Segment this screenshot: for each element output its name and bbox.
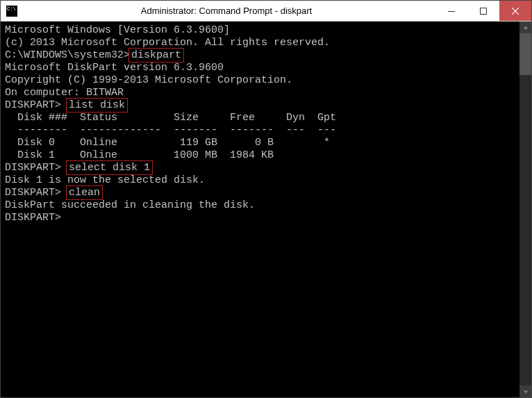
- command-line: DISKPART> list disk: [5, 99, 515, 112]
- output-line: Microsoft Windows [Version 6.3.9600]: [5, 24, 515, 37]
- table-row: Disk 0 Online 119 GB 0 B *: [5, 137, 515, 149]
- svg-rect-1: [481, 8, 487, 14]
- command-prompt-window: Administrator: Command Prompt - diskpart…: [0, 0, 532, 398]
- console-output[interactable]: Microsoft Windows [Version 6.3.9600](c) …: [1, 22, 519, 397]
- window-title: Administrator: Command Prompt - diskpart: [17, 6, 435, 16]
- command-line: DISKPART> select disk 1: [5, 162, 515, 174]
- titlebar[interactable]: Administrator: Command Prompt - diskpart: [1, 1, 531, 22]
- cmd-icon: [6, 6, 17, 17]
- vertical-scrollbar[interactable]: [519, 22, 531, 397]
- prompt-text: DISKPART>: [5, 187, 67, 199]
- output-line: Disk 1 is now the selected disk.: [5, 174, 515, 187]
- chevron-up-icon: [523, 25, 529, 31]
- scroll-down-button[interactable]: [519, 385, 531, 397]
- prompt-line: DISKPART>: [5, 212, 515, 224]
- table-row: Disk 1 Online 1000 MB 1984 KB: [5, 149, 515, 162]
- window-controls: [435, 1, 531, 21]
- prompt-text: C:\WINDOWS\system32>: [5, 49, 130, 61]
- table-header: Disk ### Status Size Free Dyn Gpt: [5, 112, 515, 124]
- output-line: DiskPart succeeded in cleaning the disk.: [5, 199, 515, 212]
- command-select-disk: select disk 1: [67, 162, 151, 174]
- console-area: Microsoft Windows [Version 6.3.9600](c) …: [1, 22, 531, 397]
- command-line: C:\WINDOWS\system32>diskpart: [5, 49, 515, 62]
- prompt-text: DISKPART>: [5, 99, 67, 111]
- chevron-down-icon: [523, 389, 529, 395]
- command-clean: clean: [67, 187, 101, 199]
- command-diskpart: diskpart: [130, 49, 183, 61]
- svg-rect-0: [448, 11, 455, 12]
- scroll-track[interactable]: [519, 33, 531, 385]
- output-line: Copyright (C) 1999-2013 Microsoft Corpor…: [5, 74, 515, 87]
- command-list-disk: list disk: [67, 99, 126, 111]
- command-line: DISKPART> clean: [5, 187, 515, 199]
- close-button[interactable]: [499, 1, 531, 21]
- scroll-up-button[interactable]: [519, 22, 531, 33]
- output-line: Microsoft DiskPart version 6.3.9600: [5, 62, 515, 74]
- minimize-button[interactable]: [435, 1, 467, 21]
- table-divider: -------- ------------- ------- ------- -…: [5, 124, 515, 137]
- output-line: (c) 2013 Microsoft Corporation. All righ…: [5, 37, 515, 49]
- maximize-button[interactable]: [467, 1, 499, 21]
- scroll-thumb[interactable]: [519, 33, 531, 75]
- prompt-text: DISKPART>: [5, 162, 67, 174]
- output-line: On computer: BITWAR: [5, 87, 515, 99]
